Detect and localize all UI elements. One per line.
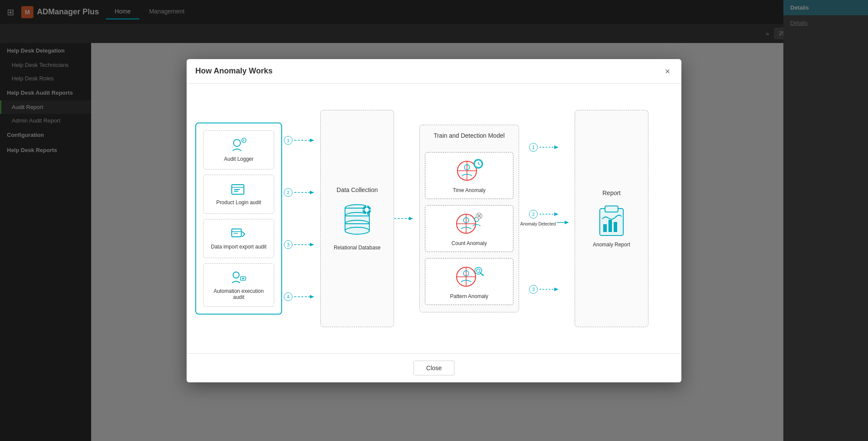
svg-line-2	[243, 140, 244, 141]
modal-body: Audit Logger Product Login audit	[187, 84, 681, 353]
modal-header: How Anomaly Works ×	[187, 59, 681, 84]
num-badge-1: 1	[284, 136, 293, 145]
modal-footer: Close	[187, 353, 681, 382]
svg-marker-16	[310, 139, 314, 142]
svg-rect-74	[614, 222, 617, 232]
train-section: Train and Detection Model	[419, 125, 519, 312]
data-import-icon	[230, 227, 247, 241]
connector-2: 2	[284, 186, 315, 199]
product-login-icon	[230, 183, 247, 197]
td-connector-2: 2	[529, 210, 561, 219]
anomaly-detected-label: Anomaly Detected	[520, 222, 556, 226]
data-import-label: Data import export audit	[211, 244, 266, 250]
svg-rect-72	[603, 224, 607, 232]
svg-marker-18	[310, 191, 314, 194]
data-collection-section: Data Collection	[320, 110, 394, 327]
svg-rect-7	[234, 191, 238, 192]
arrow-4	[294, 290, 315, 303]
count-anomaly-icon	[454, 211, 484, 237]
svg-rect-71	[605, 206, 618, 212]
source-automation: Automation execution audit	[203, 263, 274, 307]
td-num-3: 3	[529, 285, 538, 294]
source-product-login: Product Login audit	[203, 175, 274, 214]
automation-icon	[229, 270, 248, 285]
train-to-report-connectors: 1 2	[519, 114, 571, 323]
source-connectors: 1 2 3	[282, 114, 317, 323]
connector-3: 3	[284, 238, 315, 251]
svg-marker-67	[565, 221, 569, 224]
db-container: Relational Database	[334, 200, 381, 251]
connector-4: 4	[284, 290, 315, 303]
modal-title: How Anomaly Works	[195, 66, 273, 76]
svg-marker-20	[310, 243, 314, 246]
time-anomaly-icon	[454, 158, 484, 184]
report-title: Report	[602, 189, 621, 196]
num-badge-3: 3	[284, 240, 293, 249]
td-connector-3: 3	[529, 285, 561, 294]
close-button[interactable]: Close	[414, 361, 454, 375]
svg-point-0	[233, 139, 240, 146]
svg-rect-6	[234, 189, 240, 190]
time-anomaly-label: Time Anomaly	[453, 187, 486, 193]
svg-line-60	[480, 272, 483, 276]
dc-to-train-arrow	[394, 212, 416, 225]
modal-overlay: How Anomaly Works ×	[0, 0, 868, 441]
data-collection-title: Data Collection	[337, 186, 378, 193]
modal-close-button[interactable]: ×	[662, 66, 673, 76]
source-audit-logger: Audit Logger	[203, 130, 274, 169]
report-icon	[596, 203, 627, 238]
td-num-1: 1	[529, 143, 538, 152]
svg-marker-22	[310, 295, 314, 298]
svg-point-31	[365, 208, 369, 212]
diagram: Audit Logger Product Login audit	[195, 97, 673, 340]
td-connector-2-group: 2 Anomaly Detected	[520, 210, 570, 227]
anomaly-pattern: Pattern Anomaly	[425, 258, 513, 305]
svg-marker-69	[554, 288, 559, 291]
report-section: Report	[575, 110, 648, 327]
database-icon	[340, 200, 375, 239]
td-num-2: 2	[529, 210, 538, 219]
svg-marker-65	[554, 212, 559, 216]
td-arrow-2	[539, 210, 561, 219]
arrow-2	[294, 186, 315, 199]
anomaly-count: Count Anomaly	[425, 205, 513, 252]
td-arrow-1	[539, 143, 561, 152]
num-badge-2: 2	[284, 188, 293, 197]
connector-1: 1	[284, 134, 315, 147]
svg-rect-73	[608, 220, 612, 232]
db-label: Relational Database	[334, 245, 381, 251]
modal: How Anomaly Works ×	[187, 59, 681, 382]
train-title-text: Train and Detection Model	[434, 132, 505, 139]
svg-rect-8	[232, 229, 241, 237]
svg-point-11	[233, 272, 239, 278]
anomaly-time: Time Anomaly	[425, 152, 513, 199]
report-label: Anomaly Report	[593, 242, 630, 248]
sources-section: Audit Logger Product Login audit	[195, 123, 282, 315]
svg-marker-63	[554, 146, 559, 149]
automation-label: Automation execution audit	[208, 288, 270, 300]
svg-point-59	[477, 269, 480, 272]
arrow-1	[294, 134, 315, 147]
train-title: Train and Detection Model	[425, 132, 513, 139]
report-container: Anomaly Report	[593, 203, 630, 248]
product-login-label: Product Login audit	[216, 199, 261, 206]
num-badge-4: 4	[284, 292, 293, 301]
td-connector-1: 1	[529, 143, 561, 152]
td-arrow-3	[539, 285, 561, 294]
audit-logger-icon	[229, 138, 248, 153]
detected-arrow	[557, 219, 570, 225]
pattern-anomaly-icon	[454, 264, 484, 290]
svg-point-29	[345, 227, 369, 234]
audit-logger-label: Audit Logger	[224, 156, 253, 162]
svg-marker-37	[409, 217, 413, 220]
arrow-3	[294, 238, 315, 251]
source-data-import: Data import export audit	[203, 219, 274, 258]
dc-arrow	[394, 212, 416, 225]
anomaly-detected-text: Anomaly Detected	[520, 219, 570, 227]
count-anomaly-label: Count Anomaly	[451, 240, 487, 246]
pattern-anomaly-label: Pattern Anomaly	[450, 293, 488, 299]
